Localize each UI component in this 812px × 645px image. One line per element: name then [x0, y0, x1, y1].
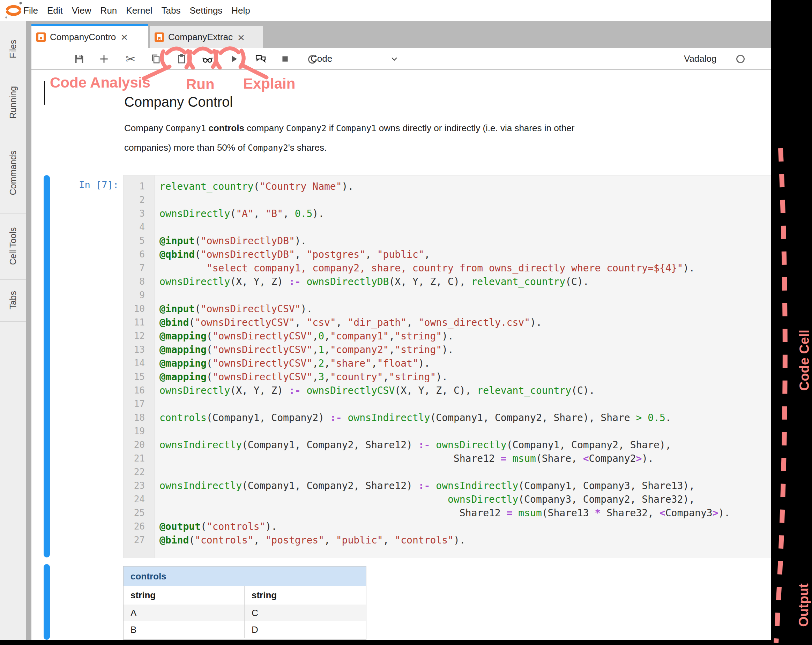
tab-company-control[interactable]: CompanyContro × [31, 24, 148, 48]
menu-settings[interactable]: Settings [185, 5, 227, 16]
table-cell: D [244, 621, 366, 638]
kernel-status-icon [734, 53, 747, 65]
explain-annotation-label: Explain [243, 75, 295, 92]
table-cell: B [124, 621, 244, 638]
sidebar-item-label: Tabs [8, 258, 18, 342]
text-cursor [44, 81, 45, 105]
menu-kernel[interactable]: Kernel [121, 5, 157, 16]
line-number: 18 [124, 411, 154, 424]
line-number: 24 [124, 493, 154, 506]
cell-type-select[interactable]: Code [311, 53, 332, 64]
code-line-5[interactable]: @input("ownsDirectlyDB"). [159, 234, 730, 248]
code-line-19[interactable] [159, 424, 730, 438]
cut-icon[interactable]: ✂ [124, 53, 137, 65]
code-line-13[interactable]: @mapping("ownsDirectlyCSV",1,"company2",… [159, 343, 730, 357]
line-number: 22 [124, 465, 154, 479]
code-line-27[interactable]: @bind("controls", "postgres", "public", … [159, 534, 730, 547]
code-analysis-icon[interactable] [201, 53, 214, 65]
line-number: 11 [124, 316, 154, 329]
paste-icon[interactable] [175, 53, 188, 65]
line-number: 26 [124, 520, 154, 534]
add-cell-icon[interactable] [98, 53, 110, 65]
code-line-14[interactable]: @mapping("ownsDirectlyCSV",2,"share","fl… [159, 357, 730, 370]
code-line-11[interactable]: @bind("ownsDirectlyCSV", "csv", "dir_pat… [159, 316, 730, 329]
code-analysis-annotation-label: Code Analysis [50, 74, 150, 91]
line-number: 2 [124, 193, 154, 207]
menu-run[interactable]: Run [96, 5, 122, 16]
code-line-18[interactable]: controls(Company1, Company2) :- ownsIndi… [159, 411, 730, 424]
code-line-22[interactable] [159, 465, 730, 479]
menu-tabs[interactable]: Tabs [157, 5, 185, 16]
document-tab-bar: CompanyContro × CompanyExtrac × [31, 21, 771, 48]
code-line-10[interactable]: @input("ownsDirectlyCSV"). [159, 302, 730, 316]
sidebar-item-commands[interactable]: Commands [0, 133, 26, 213]
line-number: 20 [124, 438, 154, 452]
code-line-25[interactable]: Share12 = msum(Share13 * Share32, <Compa… [159, 506, 730, 520]
sidebar-item-tabs[interactable]: Tabs [0, 279, 26, 322]
menu-edit[interactable]: Edit [43, 5, 67, 16]
code-line-15[interactable]: @mapping("ownsDirectlyCSV",3,"country","… [159, 370, 730, 384]
sidebar-item-running[interactable]: Running [0, 72, 26, 133]
code-line-8[interactable]: ownsDirectly(X, Y, Z) :- ownsDirectlyDB(… [159, 275, 730, 288]
table-cell: string [244, 586, 366, 605]
menu-view[interactable]: View [67, 5, 96, 16]
line-number: 27 [124, 534, 154, 547]
sidebar-separator[interactable] [26, 21, 31, 640]
save-icon[interactable] [73, 53, 85, 65]
code-line-16[interactable]: ownsDirectly(X, Y, Z) :- ownsDirectlyCSV… [159, 384, 730, 397]
menu-file[interactable]: File [19, 5, 43, 16]
table-cell: C [244, 605, 366, 621]
line-number: 19 [124, 424, 154, 438]
kernel-name[interactable]: Vadalog [684, 53, 717, 64]
line-number: 13 [124, 343, 154, 357]
tab-company-extract[interactable]: CompanyExtrac × [150, 26, 263, 48]
line-number: 14 [124, 357, 154, 370]
code-line-4[interactable] [159, 221, 730, 234]
output-cell-collapser[interactable] [44, 564, 50, 640]
line-number: 17 [124, 397, 154, 411]
code-line-26[interactable]: @output("controls"). [159, 520, 730, 534]
code-line-23[interactable]: ownsIndirectly(Company1, Company2, Share… [159, 479, 730, 493]
table-row: stringstring [124, 586, 366, 605]
explain-icon[interactable] [254, 53, 267, 65]
code-line-17[interactable] [159, 397, 730, 411]
stop-icon[interactable] [279, 53, 292, 65]
run-icon[interactable] [227, 53, 240, 65]
notebook-icon [154, 32, 164, 42]
run-annotation-label: Run [186, 76, 215, 93]
code-line-3[interactable]: ownsDirectly("A", "B", 0.5). [159, 207, 730, 221]
line-number: 3 [124, 207, 154, 221]
close-icon[interactable]: × [238, 34, 244, 41]
code-lines[interactable]: relevant_country("Country Name").ownsDir… [159, 180, 730, 547]
code-line-1[interactable]: relevant_country("Country Name"). [159, 180, 730, 193]
code-line-7[interactable]: "select company1, company2, share, count… [159, 261, 730, 275]
code-line-2[interactable] [159, 193, 730, 207]
code-editor[interactable]: 1234567891011121314151617181920212223242… [123, 175, 771, 558]
left-sidebar: FilesRunningCommandsCell ToolsTabs [0, 21, 26, 640]
line-number: 16 [124, 384, 154, 397]
code-line-6[interactable]: @qbind("ownsDirectlyDB", "postgres", "pu… [159, 248, 730, 261]
code-line-12[interactable]: @mapping("ownsDirectlyCSV",0,"company1",… [159, 329, 730, 343]
line-number: 1 [124, 180, 154, 193]
main-menu: FileEditViewRunKernelTabsSettingsHelp [19, 0, 255, 21]
output-table: controls stringstringACBD [123, 566, 366, 640]
code-line-9[interactable] [159, 288, 730, 302]
markdown-paragraph-line2: companies) more than 50% of Company2's s… [124, 142, 327, 153]
code-line-21[interactable]: Share12 = msum(Share, <Company2>). [159, 452, 730, 465]
line-number: 15 [124, 370, 154, 384]
output-table-title: controls [124, 567, 366, 586]
line-number: 5 [124, 234, 154, 248]
line-number: 6 [124, 248, 154, 261]
code-line-24[interactable]: ownsDirectly(Company3, Company2, Share32… [159, 493, 730, 506]
close-icon[interactable]: × [121, 34, 128, 40]
table-cell: string [124, 586, 244, 605]
code-line-20[interactable]: ownsIndirectly(Company1, Company2, Share… [159, 438, 730, 452]
tab-label: CompanyContro [50, 32, 116, 43]
notebook-icon [36, 32, 46, 42]
code-cell-collapser[interactable] [44, 175, 50, 557]
copy-icon[interactable] [150, 53, 162, 65]
menu-help[interactable]: Help [227, 5, 254, 16]
chevron-down-icon[interactable] [388, 53, 401, 65]
line-number: 10 [124, 302, 154, 316]
figure-black-band-right [771, 0, 812, 645]
